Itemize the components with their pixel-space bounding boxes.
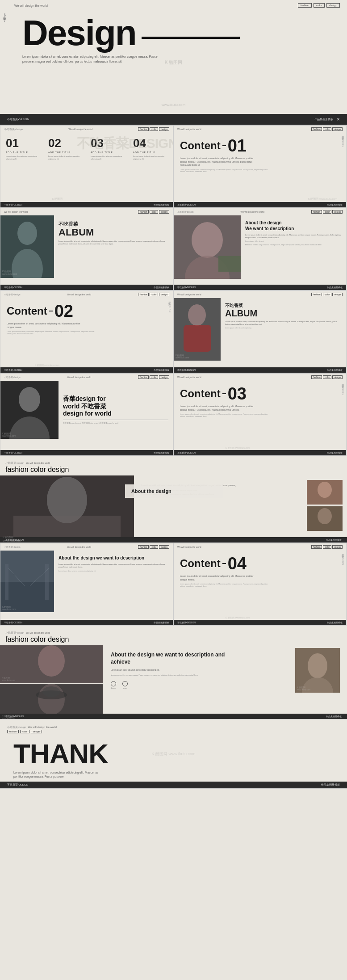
tag-fashion[interactable]: fashion [298,3,312,8]
slide2-topbar: 小吃香菜•design We will design the world fas… [0,126,173,133]
album-desc: Lorem ipsum dolor sit amet, consectetur … [59,240,168,245]
slide4-footer: 不吃香菜•DESIGN 作品集画册模板 [0,285,173,290]
num-desc-3: Lorem ipsum dolor sit amet consectetur a… [91,155,125,160]
slideF1-topbar: 小吃香菜•design We will design the world fas… [0,456,347,475]
hero-subtitle: Lorem ipsum dolor sit amet, cons ectetur… [22,55,165,64]
content04-main: Content 04 Lorem ipsum dolor sit amet, c… [174,551,346,592]
slide9-topbar: We will design the world fashion color d… [174,374,346,381]
about2-photo: K 酷图网www.ikutu.com [0,551,54,612]
slideF1-tags: fashion color design [5,466,342,474]
svg-point-1 [17,222,37,245]
hero-topbar: 不吃香菜•design We will design the world fas… [0,0,347,11]
album2-desc: Lorem ipsum dolor sit amet, consectetur … [225,320,342,326]
watermark-url: www.ikutu.com [162,103,185,107]
slide-hero: 不吃香菜•design We will design the world fas… [0,0,347,125]
num-4: 04 [133,136,167,150]
slide3-footer: 不吃香菜•DESIGN 作品集画册模板 [174,202,346,207]
content03-title: Content 03 [180,385,340,402]
num-3: 03 [91,136,125,150]
hero-footer: 不吃香菜•DESIGN 作品集画册模板 × [0,114,347,125]
slide5-tags: fashion color design [311,210,343,214]
about-full-photos-right [307,480,343,531]
slide7-topbar: We will design the world fashion color d… [174,291,346,298]
slide4-tags: fashion color design [138,210,169,214]
wm-2: K 酷图网 [52,197,63,201]
thank-desc: Lorem ipsum dolor sit amet, consectetur … [13,770,103,778]
content03-tiny: Lorem ipsum dolor sit amet, consectetur … [180,413,269,417]
about-full-photo: K 酷图网www.ikutu.com [0,475,134,543]
content02-main: Content 02 Lorem ipsum dolor sit amet, c… [0,298,173,339]
about-full-content: About the design Lorem ipsum dolor sit a… [134,475,347,543]
achieve-photos: K 酷图网www.ikutu.com K 酷图网www.ikutu.com [0,645,103,719]
album2-photo: K 酷图网www.ikutu.com [174,298,221,361]
achieve-photo-1: K 酷图网www.ikutu.com [0,645,103,683]
album-photo: K 酷图网www.ikutu.com [0,215,54,278]
thank-tags: fashion color design [7,730,340,733]
num-1: 01 [6,136,40,150]
design-line2: world 不吃香菜 [63,403,168,410]
num-item-3: 03 ADD THE TITLE Lorem ipsum dolor sit a… [91,136,125,160]
tag-design[interactable]: design [326,3,340,8]
tag-color[interactable]: color [314,3,325,8]
slide-album: We will design the world fashion color d… [0,208,173,290]
achieve-icon-1: Lorem [111,681,116,689]
design-world-photo: K 酷图网www.ikutu.com [0,381,59,439]
row-1: 小吃香菜•design We will design the world fas… [0,125,347,208]
wm-9: K 酷图网 www.ikutu.com [226,446,250,449]
slide-about-achieve: 小吃香菜•design We will design the world fas… [0,626,347,719]
content02-title: Content 02 [7,303,167,320]
row-4: 小吃香菜•design We will design the world fas… [0,373,347,456]
hero-tags: fashion color design [298,3,340,8]
design-world-text: 香菜design for world 不吃香菜 design for world… [59,381,173,439]
hero-title-line [142,37,240,39]
svg-rect-8 [184,325,211,352]
close-icon[interactable]: × [337,116,340,122]
slide3-side-text: 不吃香菜DESIGN [342,135,344,147]
slide5-topbar: 小吃香菜•design We will design the world fas… [174,208,346,215]
svg-point-30 [42,686,60,697]
footer-brand: 不吃香菜•DESIGN [7,118,29,122]
slide3-tags: fashion color design [311,127,343,131]
svg-point-10 [19,387,40,412]
design-line3: design for world [63,410,168,417]
num-label-3: ADD THE TITLE [91,151,125,154]
album2-tiny: Lorem ipsum dolor sit amet adipiscing [225,327,342,329]
slide12-footer: 不吃香菜•DESIGN 作品集画册模板 [174,620,346,625]
thank-footer: 不吃香菜•DESIGN 作品集画册模板 [0,782,347,788]
slide-numbers: 小吃香菜•design We will design the world fas… [0,125,173,208]
slide6-topbar: 小吃香菜•design We will design the world fas… [0,291,173,298]
album2-text: 不吃香菜 ALBUM Lorem ipsum dolor sit amet, c… [221,298,346,361]
slideF2-footer: 不吃香菜•DESIGN 作品集画册模板 [0,714,347,719]
about2-desc: Lorem ipsum dolor sit amet, consectetur … [59,563,168,568]
man-svg [174,298,221,361]
achieve-title: About the design we want to description … [111,652,236,665]
slide-album2: We will design the world fashion color d… [173,290,347,373]
design-world-layout: K 酷图网www.ikutu.com 香菜design for world 不吃… [0,381,173,439]
slideF2-topbar: 小吃香菜•design We will design the world fas… [0,626,347,645]
slide-about-full: 小吃香菜•design We will design the world fas… [0,456,347,543]
album-layout: K 酷图网www.ikutu.com 不吃香菜 ALBUM Lorem ipsu… [0,215,173,278]
slide7-footer: 不吃香菜•DESIGN 作品集画册模板 [174,367,346,373]
slide-content02: 小吃香菜•design We will design the world fas… [0,290,173,373]
hero-title: Design [22,15,334,51]
num-label-4: ADD THE TITLE [133,151,167,154]
thank-title: THANK [13,740,334,768]
content01-num: 01 [228,137,247,154]
thank-content: THANK Lorem ipsum dolor sit amet, consec… [0,736,347,783]
hero-center-text: We will design the world [14,4,48,7]
slide3-topbar: We will design the world fashion color d… [174,126,346,133]
content03-desc: Lorem ipsum dolor sit amet, consectetur … [180,405,260,412]
svg-point-26 [38,645,65,677]
num-desc-1: Lorem ipsum dolor sit amet consectetur a… [6,155,40,160]
content02-line [49,311,53,311]
small-photo-1 [307,480,343,505]
slide9-side-text: 不吃香菜DESIGN [342,383,344,395]
content03-num: 03 [228,385,247,402]
num-desc-2: Lorem ipsum dolor sit amet consectetur a… [48,155,83,160]
slide4-topbar: We will design the world fashion color d… [0,208,173,215]
slide-about2: 小吃香菜•design We will design the world fas… [0,543,173,626]
content01-desc: Lorem ipsum dolor sit amet, consectetur … [180,157,260,167]
slide-design-world: 小吃香菜•design We will design the world fas… [0,373,173,456]
content01-line [222,145,226,146]
about2-layout: K 酷图网www.ikutu.com About the design we w… [0,551,173,612]
